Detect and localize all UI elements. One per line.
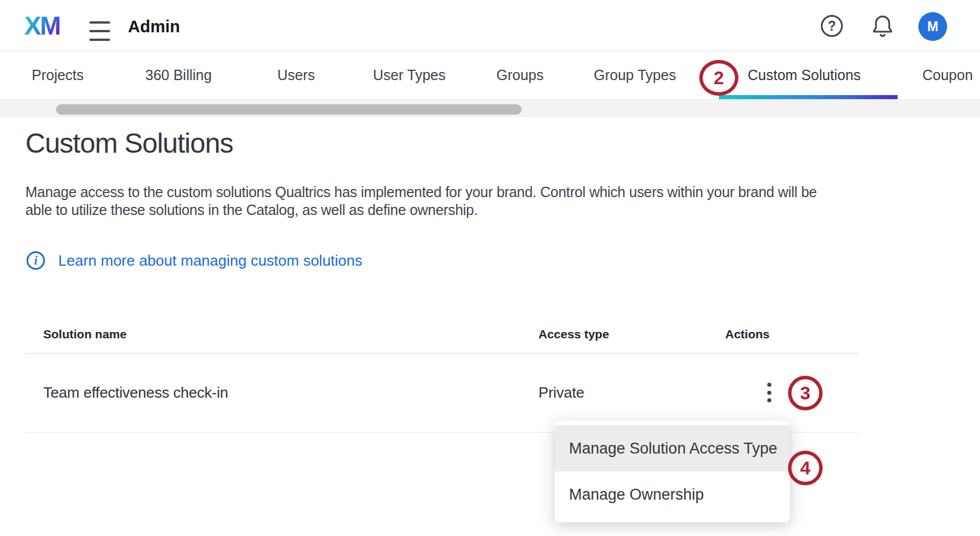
annotation-circle-3: 3 [788, 376, 823, 410]
table-row-solution-name: Team effectiveness check-in [43, 384, 228, 402]
annotation-circle-2: 2 [699, 60, 738, 96]
tab-coupon[interactable]: Coupon [922, 51, 973, 99]
help-icon[interactable]: ? [821, 15, 843, 37]
row-actions-kebab-icon[interactable] [765, 383, 773, 402]
help-glyph: ? [828, 18, 836, 34]
annotation-4-number: 4 [800, 458, 811, 479]
menu-item-manage-solution-access-type[interactable]: Manage Solution Access Type [555, 425, 790, 471]
column-header-actions: Actions [725, 327, 770, 341]
xm-logo-text: XM [24, 12, 60, 40]
page-context-title: Admin [128, 17, 180, 36]
tab-user-types[interactable]: User Types [373, 51, 446, 99]
tab-scrollbar-thumb[interactable] [56, 104, 522, 115]
annotation-circle-4: 4 [788, 451, 823, 485]
annotation-2-number: 2 [714, 67, 724, 89]
tab-360-billing[interactable]: 360 Billing [145, 51, 212, 99]
learn-more-link[interactable]: i Learn more about managing custom solut… [27, 251, 363, 270]
user-avatar[interactable]: M [918, 12, 947, 41]
tab-group-types[interactable]: Group Types [594, 51, 676, 99]
admin-tab-bar: Projects 360 Billing Users User Types Gr… [0, 51, 980, 99]
hamburger-menu-icon[interactable] [89, 21, 111, 41]
table-row-access-type: Private [538, 384, 585, 402]
column-header-solution-name: Solution name [43, 327, 127, 341]
info-glyph: i [34, 254, 37, 267]
tab-groups[interactable]: Groups [496, 51, 544, 99]
notifications-bell-icon[interactable] [870, 13, 895, 39]
row-actions-context-menu: Manage Solution Access Type Manage Owner… [555, 421, 790, 522]
learn-more-label[interactable]: Learn more about managing custom solutio… [58, 252, 363, 270]
annotation-3-number: 3 [800, 383, 811, 404]
tab-users[interactable]: Users [277, 51, 315, 99]
page-title: Custom Solutions [25, 127, 233, 159]
admin-screen: XM Admin ? M Projects 360 Billing Users … [0, 0, 980, 536]
xm-logo[interactable]: XM [24, 12, 69, 43]
tab-custom-solutions[interactable]: Custom Solutions [748, 51, 861, 99]
xm-logo-icon: XM [24, 12, 69, 40]
page-description: Manage access to the custom solutions Qu… [25, 183, 844, 219]
info-icon[interactable]: i [27, 251, 45, 270]
top-header: XM Admin ? M [0, 0, 980, 51]
tab-projects[interactable]: Projects [32, 51, 84, 99]
column-header-access-type: Access type [538, 327, 609, 341]
menu-item-manage-ownership[interactable]: Manage Ownership [555, 471, 790, 518]
tab-scrollbar-track[interactable] [0, 99, 980, 117]
table-header-divider [25, 353, 859, 354]
avatar-initial: M [927, 19, 938, 35]
active-tab-indicator [719, 95, 898, 99]
